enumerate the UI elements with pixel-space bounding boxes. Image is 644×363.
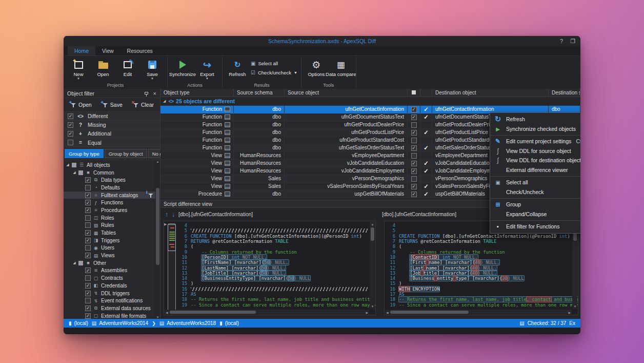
check-uncheck-button[interactable]: ☑Check/uncheck▼ xyxy=(251,70,297,75)
status-segment[interactable]: ▤AdventureWorks2014 xyxy=(92,320,148,326)
scroll-up-icon[interactable]: ▲ xyxy=(156,160,159,163)
filter-row-missing[interactable]: ✓?Missing xyxy=(64,121,160,129)
tree-checkbox[interactable] xyxy=(85,222,91,228)
grid-group-row[interactable]: ◢ <> 25 objects are different xyxy=(160,97,580,106)
checkbox-equal[interactable] xyxy=(68,140,73,145)
row-checkbox-cell[interactable] xyxy=(408,121,420,128)
menu-item-edit-current-project-settings[interactable]: ✎Edit current project settingsCtrl+E xyxy=(490,137,580,146)
tree-item-defaults[interactable]: ◔Defaults xyxy=(64,184,155,192)
tree-checkbox[interactable]: ✓ xyxy=(85,305,91,311)
tree-checkbox[interactable]: ✓ xyxy=(85,268,91,273)
row-checkbox[interactable]: ✓ xyxy=(411,145,417,151)
tree-checkbox[interactable]: ✓ xyxy=(85,253,91,258)
source-vertical-scrollbar[interactable]: ▲▼ xyxy=(370,222,375,309)
row-checkbox[interactable]: ✓ xyxy=(411,192,417,197)
tree-scrollbar[interactable]: ▲ ▼ xyxy=(155,160,160,319)
tree-checkbox[interactable] xyxy=(85,215,91,221)
menu-item-synchronize-checked-objects[interactable]: ▶Synchronize checked objects xyxy=(490,124,580,134)
tree-item-views[interactable]: ✓▤Views xyxy=(64,252,155,259)
row-checkbox[interactable] xyxy=(411,138,417,143)
tree-item-other[interactable]: ◢■Other xyxy=(64,259,155,267)
row-checkbox[interactable]: ✓ xyxy=(411,130,417,136)
tree-checkbox[interactable]: ✓ xyxy=(85,238,91,243)
menu-item-expand-collapse[interactable]: Expand/Collapse xyxy=(490,209,580,219)
tree-item-common[interactable]: ◢■Common xyxy=(64,169,155,177)
checkbox-additional[interactable]: ✓ xyxy=(68,131,73,137)
row-checkbox[interactable]: ✓ xyxy=(411,114,417,120)
column-header-source-schema[interactable]: Source schema xyxy=(234,89,285,97)
tree-item-rules[interactable]: ▧Rules xyxy=(64,222,155,230)
expander-icon[interactable]: ◢ xyxy=(66,163,70,167)
pin-icon[interactable] xyxy=(145,92,148,94)
checkbox-different[interactable]: ✓ xyxy=(68,113,73,119)
previous-difference-icon[interactable]: ↑ xyxy=(165,211,168,218)
row-checkbox-cell[interactable]: ✓ xyxy=(408,190,420,198)
new-button[interactable]: New▼ xyxy=(67,58,90,80)
tree-checkbox[interactable]: ✓ xyxy=(85,200,91,205)
row-checkbox[interactable]: ✓ xyxy=(411,184,417,189)
select-all-button[interactable]: ▣Select all xyxy=(251,61,297,66)
tree-checkbox[interactable] xyxy=(85,185,91,190)
tree-item-event-notifications[interactable]: ↯Event notifications xyxy=(64,297,155,304)
check-all-icon[interactable] xyxy=(412,90,416,94)
tab-home[interactable]: Home xyxy=(68,46,95,55)
synchronize-button[interactable]: Synchronize xyxy=(171,58,194,77)
open-filter-button[interactable]: ✦Open xyxy=(71,102,92,108)
menu-item-check-uncheck[interactable]: Check/Uncheck xyxy=(490,187,580,197)
row-checkbox[interactable] xyxy=(411,122,417,128)
row-checkbox-cell[interactable]: ✓ xyxy=(408,106,420,113)
menu-item-edit-filter-for-functions[interactable]: ▪Edit filter for Functions xyxy=(490,222,580,232)
row-checkbox-cell[interactable]: ✓ xyxy=(408,183,420,190)
tree-item-external-file-formats[interactable]: ✓▢External file formats xyxy=(64,312,155,319)
tree-checkbox[interactable] xyxy=(85,275,91,281)
tree-item-ddl-triggers[interactable]: ✓↯DDL triggers xyxy=(64,290,155,297)
tree-checkbox[interactable]: ✓ xyxy=(85,177,91,183)
next-difference-icon[interactable]: ↓ xyxy=(172,211,175,218)
column-header-object-type[interactable]: Object type xyxy=(160,89,234,97)
row-checkbox[interactable]: ✓ xyxy=(411,168,417,174)
tree-item-functions[interactable]: ✓ƒFunctions xyxy=(64,199,155,206)
menu-item-view-ddl-for-source-object[interactable]: ʃView DDL for source object xyxy=(490,146,580,156)
clear-filter-button[interactable]: ✕Clear xyxy=(133,102,154,108)
tree-item-tables[interactable]: ✓▦Tables xyxy=(64,229,155,237)
column-header-sync[interactable] xyxy=(420,89,432,97)
tab-group-by-object[interactable]: Group by object xyxy=(105,149,147,158)
row-checkbox-cell[interactable] xyxy=(408,175,420,182)
edit-button[interactable]: Edit xyxy=(116,58,139,77)
tree-item-credentials[interactable]: ✓◧Credentials xyxy=(64,282,155,290)
data-compare-button[interactable]: ▦Data compare xyxy=(330,58,352,77)
refresh-button[interactable]: ↻Refresh xyxy=(226,58,249,77)
status-segment[interactable]: ▮(local) xyxy=(69,320,88,326)
tree-checkbox[interactable]: ✓ xyxy=(85,207,91,213)
expander-icon[interactable]: ◢ xyxy=(72,170,76,175)
tab-group-by-type[interactable]: Group by type xyxy=(65,149,104,158)
tree-item-roles[interactable]: ◫Roles xyxy=(64,214,155,222)
menu-item-select-all[interactable]: ▣Select all xyxy=(490,178,580,187)
help-icon[interactable]: ? xyxy=(560,38,563,44)
row-checkbox-cell[interactable]: ✓ xyxy=(408,167,420,175)
status-segment[interactable]: ▮(local) xyxy=(219,320,239,326)
tree-checkbox[interactable]: ✓ xyxy=(85,193,91,198)
save-filter-button[interactable]: ✦Save xyxy=(103,102,123,108)
scrollbar-thumb[interactable] xyxy=(156,188,159,265)
row-checkbox-cell[interactable]: ✓ xyxy=(408,129,420,136)
export-button[interactable]: ↪Export▼ xyxy=(196,58,218,80)
tree-item-data-types[interactable]: ✓⧉Data types xyxy=(64,176,155,184)
tree-item-all-objects[interactable]: ◢☰All objects xyxy=(64,161,155,169)
tree-item-external-data-sources[interactable]: ✓⧉External data sources xyxy=(64,304,155,312)
destination-horizontal-scrollbar[interactable]: ◀▶ xyxy=(385,310,572,314)
tree-checkbox[interactable]: ✓ xyxy=(85,230,91,236)
tree-checkbox[interactable]: ✓ xyxy=(85,291,91,296)
source-code[interactable]: 456CREATE FUNCTION [dbo].[ufnGetContactI… xyxy=(178,221,375,315)
save-button[interactable]: Save▼ xyxy=(141,58,164,80)
tree-checkbox[interactable] xyxy=(85,298,91,303)
filter-row-additional[interactable]: ✓+Additional xyxy=(64,129,160,138)
menu-item-view-ddl-for-destination-object[interactable]: ʃView DDL for destination object xyxy=(490,156,580,165)
menu-item-external-difference-viewer[interactable]: External difference viewer xyxy=(490,165,580,175)
tree-checkbox[interactable]: ✓ xyxy=(85,313,91,319)
row-checkbox[interactable]: ✓ xyxy=(411,107,417,112)
tree-item-fulltext-catalogs[interactable]: ✓⌗Fulltext catalogsℹ xyxy=(64,192,155,199)
destination-code[interactable]: 456CREATE FUNCTION [dbo].[ufnGetContactI… xyxy=(385,221,578,315)
row-checkbox-cell[interactable]: ✓ xyxy=(408,113,420,121)
menu-item-group[interactable]: ⊞Group xyxy=(490,200,580,209)
